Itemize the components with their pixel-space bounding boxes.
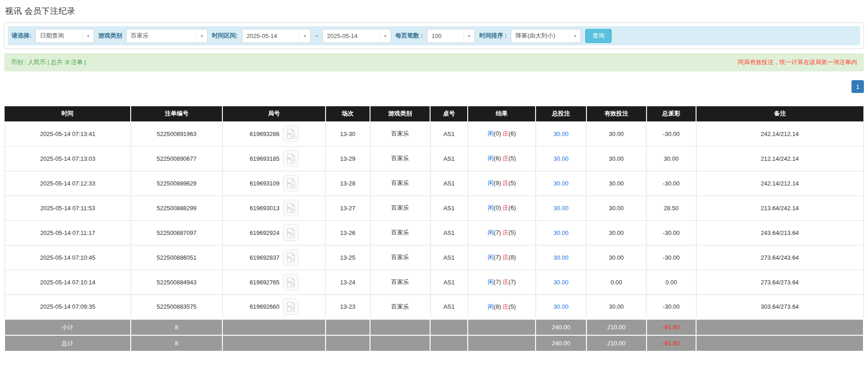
totals-cell: [370, 319, 430, 335]
page-size-select[interactable]: 100 ▾: [427, 29, 475, 43]
cell-valid-bet: 30.00: [586, 294, 647, 319]
cell-table-code: AS1: [430, 146, 468, 171]
total-bet-link[interactable]: 30.00: [553, 205, 569, 212]
cell-round-number: 619692837: [222, 245, 326, 270]
banker-score: (5): [509, 303, 516, 310]
cell-round-number: 619693013: [222, 196, 326, 220]
video-replay-button[interactable]: [283, 125, 299, 142]
totals-cell: 240.00: [536, 335, 586, 351]
cell-payout: -30.00: [647, 294, 697, 319]
total-bet-link[interactable]: 30.00: [553, 303, 569, 310]
chevron-down-icon: ▾: [463, 29, 475, 43]
total-bet-link[interactable]: 30.00: [553, 254, 569, 261]
chevron-down-icon: ▾: [569, 29, 581, 43]
bet-record-row: 2025-05-14 07:10:45522500886051619692837…: [5, 245, 863, 270]
banker-score: (5): [509, 155, 516, 162]
cell-time: 2025-05-14 07:10:14: [5, 270, 131, 294]
banker-score: (8): [509, 254, 516, 261]
cell-session: 13-28: [326, 171, 370, 196]
banker-score: (6): [509, 130, 516, 137]
game-type-value: 百家乐: [127, 29, 196, 43]
cell-session: 13-27: [326, 196, 370, 220]
cell-session: 13-30: [326, 121, 370, 146]
cell-result: 闲(0) 庄(6): [468, 196, 536, 220]
cell-time: 2025-05-14 07:10:45: [5, 245, 131, 270]
cell-time: 2025-05-14 07:11:53: [5, 196, 131, 220]
cell-total-bet: 30.00: [536, 196, 586, 220]
total-bet-link[interactable]: 30.00: [553, 229, 569, 236]
round-number-text: 619693286: [249, 131, 279, 137]
cell-table-code: AS1: [430, 220, 468, 245]
cell-bet-number: 522500891963: [131, 121, 222, 146]
game-type-select[interactable]: 百家乐 ▾: [126, 29, 208, 43]
cell-game-type: 百家乐: [370, 171, 430, 196]
total-bet-link[interactable]: 30.00: [553, 180, 569, 187]
video-replay-button[interactable]: [283, 299, 299, 315]
video-file-icon: [286, 277, 295, 288]
total-bet-link[interactable]: 30.00: [553, 155, 569, 162]
cell-valid-bet: 30.00: [586, 146, 647, 171]
round-number-text: 619692660: [249, 303, 279, 310]
date-from-select[interactable]: 2025-05-14 ▾: [242, 29, 311, 43]
banker-result: 庄: [503, 303, 509, 310]
date-to-value: 2025-05-14: [323, 29, 379, 43]
player-result: 闲: [488, 204, 494, 211]
totals-cell: [430, 319, 468, 335]
filter-panel: 请选择: 日期查询 ▾ 游戏类别 百家乐 ▾ 时间区间: 2025-05-14 …: [4, 22, 864, 49]
video-file-icon: [286, 301, 295, 312]
cell-table-code: AS1: [430, 196, 468, 220]
cell-remark: 303.64/273.64: [696, 294, 863, 319]
cell-table-code: AS1: [430, 245, 468, 270]
cell-payout: 30.00: [647, 146, 697, 171]
cell-game-type: 百家乐: [370, 270, 430, 294]
cell-result: 闲(7) 庄(8): [468, 245, 536, 270]
query-button[interactable]: 查询: [585, 29, 612, 43]
bet-record-row: 2025-05-14 07:13:03522500890677619693185…: [5, 146, 863, 171]
video-replay-button[interactable]: [283, 175, 299, 191]
video-replay-button[interactable]: [283, 224, 299, 241]
cell-bet-number: 522500884943: [131, 270, 222, 294]
banker-score: (5): [509, 229, 516, 236]
query-mode-select[interactable]: 日期查询 ▾: [35, 29, 94, 43]
column-header: 桌号: [430, 106, 468, 121]
total-bet-link[interactable]: 30.00: [553, 131, 569, 137]
video-replay-button[interactable]: [283, 249, 299, 266]
cell-round-number: 619692765: [222, 270, 326, 294]
cell-bet-number: 522500890677: [131, 146, 222, 171]
player-score: (7): [494, 229, 503, 236]
cell-valid-bet: 30.00: [586, 171, 647, 196]
video-replay-button[interactable]: [283, 274, 299, 290]
column-header: 备注: [696, 106, 863, 121]
cell-remark: 273.64/243.64: [696, 245, 863, 270]
video-replay-button[interactable]: [283, 150, 299, 167]
cell-table-code: AS1: [430, 121, 468, 146]
column-header: 结果: [468, 106, 536, 121]
video-replay-button[interactable]: [283, 200, 299, 216]
cell-total-bet: 30.00: [536, 294, 586, 319]
cell-bet-number: 522500887097: [131, 220, 222, 245]
page-1-button[interactable]: 1: [851, 80, 864, 93]
cell-session: 13-29: [326, 146, 370, 171]
page-size-label: 每页笔数 :: [395, 32, 423, 40]
page-size-value: 100: [427, 29, 463, 43]
summary-bar: 币别 : 人民币 | 总共 :8 注单 | 同局有效投注，统一计算在该局第一张注…: [4, 53, 864, 71]
bet-records-table: 时间注单编号局号场次游戏类别桌号结果总投注有效投注总派彩备注 2025-05-1…: [4, 106, 864, 352]
date-to-select[interactable]: 2025-05-14 ▾: [322, 29, 391, 43]
round-number-text: 619692924: [249, 229, 279, 236]
totals-cell: [696, 335, 863, 351]
cell-bet-number: 522500886051: [131, 245, 222, 270]
cell-table-code: AS1: [430, 171, 468, 196]
cell-remark: 273.64/273.64: [696, 270, 863, 294]
filter-bar: 请选择: 日期查询 ▾ 游戏类别 百家乐 ▾ 时间区间: 2025-05-14 …: [8, 26, 860, 45]
total-bet-link[interactable]: 30.00: [553, 279, 569, 286]
page-title: 视讯 会员下注纪录: [5, 5, 863, 16]
cell-round-number: 619693286: [222, 121, 326, 146]
currency-total-summary: 币别 : 人民币 | 总共 :8 注单 |: [11, 58, 86, 66]
totals-cell: [468, 335, 536, 351]
time-sort-select[interactable]: 降冪(由大到小) ▾: [511, 29, 581, 43]
cell-result: 闲(9) 庄(5): [468, 171, 536, 196]
same-round-note: 同局有效投注，统一计算在该局第一张注单内: [738, 58, 857, 66]
bet-record-row: 2025-05-14 07:11:53522500888299619693013…: [5, 196, 863, 220]
cell-session: 13-23: [326, 294, 370, 319]
round-number-text: 619693013: [249, 205, 279, 212]
